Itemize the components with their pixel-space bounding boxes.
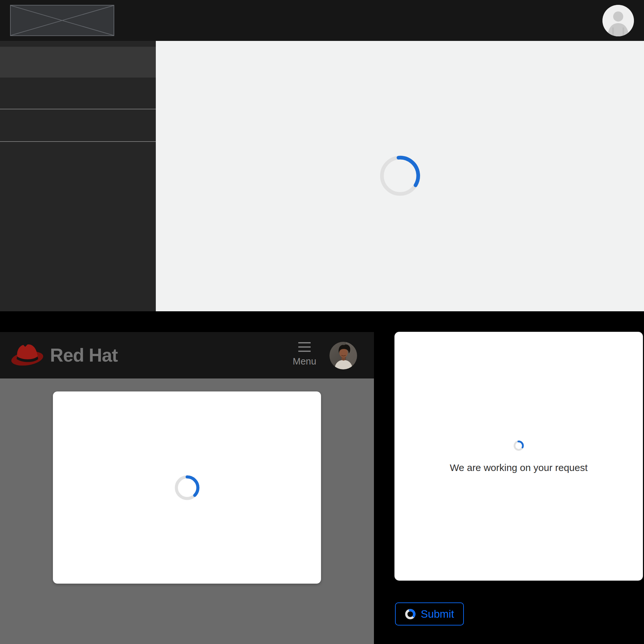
profile-avatar-button[interactable]: [329, 342, 357, 369]
loading-card: [53, 391, 321, 584]
submit-spinner-icon: [405, 609, 416, 620]
menu-button[interactable]: Menu: [284, 342, 325, 367]
sidebar-item-2[interactable]: [0, 78, 156, 109]
user-avatar-icon: [602, 5, 634, 36]
progress-modal: We are working on your request: [395, 332, 643, 580]
app-masthead: [0, 0, 644, 41]
demo-panel-modal-example: We are working on your request Submit: [374, 332, 644, 644]
redhat-wordmark: Red Hat: [50, 344, 118, 366]
sidebar-item-current[interactable]: [0, 47, 156, 78]
profile-photo: [329, 342, 357, 369]
card-loading-spinner: [174, 475, 200, 501]
hamburger-icon: [298, 342, 311, 352]
placeholder-logo-image: [10, 5, 114, 36]
broken-image-icon: [11, 6, 114, 35]
modal-loading-spinner: [513, 440, 524, 451]
submit-label: Submit: [421, 608, 454, 620]
demo-panel-masthead-example: Red Hat Menu: [0, 332, 374, 644]
page: Red Hat Menu: [0, 0, 644, 644]
menu-label: Menu: [284, 356, 325, 367]
app-sidebar-nav: [0, 41, 156, 311]
sidebar-item-3[interactable]: [0, 109, 156, 142]
redhat-logo[interactable]: Red Hat: [10, 341, 118, 369]
submit-button[interactable]: Submit: [395, 602, 464, 625]
modal-message: We are working on your request: [395, 462, 643, 473]
page-loading-spinner: [379, 155, 421, 196]
user-avatar-button[interactable]: [602, 5, 634, 36]
redhat-fedora-icon: [10, 341, 44, 369]
redhat-masthead: Red Hat Menu: [0, 332, 374, 378]
main-content-loading-area: [156, 41, 644, 311]
